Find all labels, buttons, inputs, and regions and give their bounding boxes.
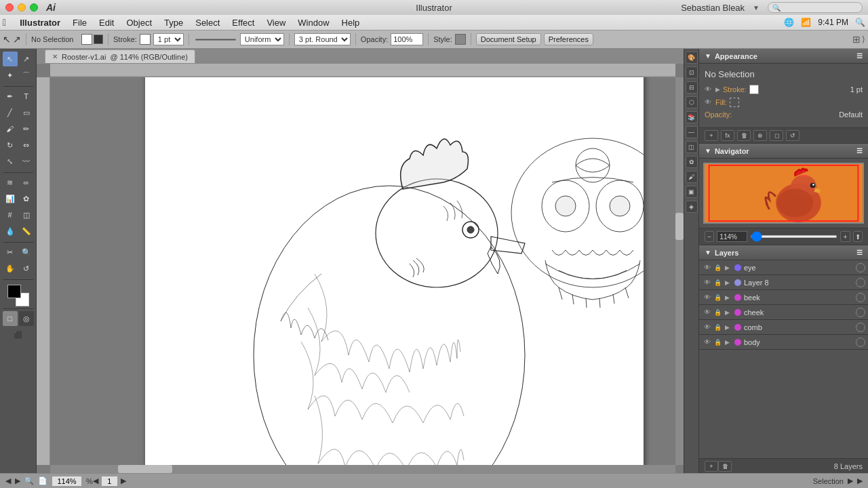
layer-lock-icon-2[interactable]: 🔒 bbox=[713, 278, 722, 287]
menu-type[interactable]: Type bbox=[159, 16, 189, 29]
navigator-zoom-slider[interactable] bbox=[750, 235, 837, 238]
layer-target-6[interactable] bbox=[856, 338, 865, 347]
navigator-zoom-input[interactable] bbox=[717, 231, 747, 242]
layer-target-4[interactable] bbox=[856, 308, 865, 317]
appearance-delete-button[interactable]: 🗑 bbox=[737, 130, 751, 141]
layer-target-1[interactable] bbox=[856, 263, 865, 272]
appearance-panel-header[interactable]: ▼ Appearance ☰ bbox=[699, 49, 868, 64]
stroke-color-swatch[interactable] bbox=[749, 85, 759, 94]
status-right-nav[interactable]: ▶ bbox=[857, 476, 863, 485]
paintbrush-tool[interactable]: 🖌 bbox=[3, 121, 18, 136]
arrange-icon[interactable]: ⊞ bbox=[852, 34, 861, 45]
layer-target-2[interactable] bbox=[856, 278, 865, 287]
fill-visibility-icon[interactable]: 👁 bbox=[705, 98, 713, 106]
symbol-tool[interactable]: ✿ bbox=[19, 191, 34, 206]
fill-label[interactable]: Fill: bbox=[715, 98, 727, 106]
fill-color-box[interactable] bbox=[81, 34, 92, 45]
slice-tool[interactable]: ✂ bbox=[3, 245, 18, 260]
page-number-input[interactable] bbox=[101, 476, 118, 487]
stroke-visibility-icon[interactable]: 👁 bbox=[705, 85, 713, 94]
hand-tool[interactable]: ✋ bbox=[3, 261, 18, 276]
style-swatch[interactable] bbox=[455, 34, 466, 45]
rect-tool[interactable]: ▭ bbox=[19, 105, 34, 120]
color-panel-icon[interactable]: 🎨 bbox=[686, 52, 698, 64]
brushes-panel-icon[interactable]: 🖌 bbox=[686, 171, 698, 183]
appearance-fx-button[interactable]: fx bbox=[721, 130, 734, 141]
status-nav-icon[interactable]: ◀ bbox=[5, 476, 11, 485]
expand-icon[interactable]: ⟩ bbox=[862, 35, 865, 44]
search-menu-icon[interactable]: 🔍 bbox=[855, 18, 865, 27]
document-tab[interactable]: ✕ Rooster-v1.ai @ 114% (RGB/Outline) bbox=[45, 49, 195, 63]
layer-lock-icon-3[interactable]: 🔒 bbox=[713, 293, 722, 302]
stroke-panel-icon[interactable]: — bbox=[686, 126, 698, 138]
selection-arrow-icon[interactable]: ↖ bbox=[3, 34, 11, 45]
preferences-button[interactable]: Preferences bbox=[544, 33, 593, 45]
stroke-profile-select[interactable]: Uniform bbox=[240, 33, 284, 45]
eyedropper-tool[interactable]: 💧 bbox=[3, 224, 18, 239]
normal-mode[interactable]: □ bbox=[3, 311, 18, 326]
layer-lock-icon-5[interactable]: 🔒 bbox=[713, 323, 722, 332]
layer-target-3[interactable] bbox=[856, 293, 865, 302]
reflect-tool[interactable]: ⇔ bbox=[19, 138, 34, 152]
titlebar-dropdown-icon[interactable]: ▼ bbox=[753, 4, 760, 12]
align-panel-icon[interactable]: ⊟ bbox=[686, 81, 698, 94]
document-setup-button[interactable]: Document Setup bbox=[476, 33, 541, 45]
fill-color-swatch[interactable] bbox=[730, 98, 739, 107]
layer-eye-icon-4[interactable]: 👁 bbox=[702, 307, 713, 318]
layer-row-comb[interactable]: 👁 🔒 ▶ comb bbox=[699, 320, 868, 335]
window-controls[interactable] bbox=[5, 3, 38, 12]
close-button[interactable] bbox=[5, 3, 14, 12]
navigator-panel-menu-icon[interactable]: ☰ bbox=[856, 147, 863, 155]
layer-eye-icon-2[interactable]: 👁 bbox=[702, 277, 713, 288]
transform-panel-icon[interactable]: ⊡ bbox=[686, 66, 698, 79]
scale-tool[interactable]: ⤡ bbox=[3, 154, 18, 169]
menu-illustrator[interactable]: Illustrator bbox=[14, 16, 66, 29]
layer-lock-icon-1[interactable]: 🔒 bbox=[713, 263, 722, 272]
menu-view[interactable]: View bbox=[261, 16, 291, 29]
layer-eye-icon-1[interactable]: 👁 bbox=[702, 262, 713, 273]
navigator-zoom-out-button[interactable]: − bbox=[705, 231, 714, 242]
layer-expand-icon-3[interactable]: ▶ bbox=[722, 293, 732, 302]
warp-tool[interactable]: 〰 bbox=[19, 154, 34, 169]
gradient-panel-icon[interactable]: ◫ bbox=[686, 141, 698, 153]
layer-eye-icon-3[interactable]: 👁 bbox=[702, 292, 713, 303]
v-scroll-thumb[interactable] bbox=[675, 213, 684, 240]
blend-tool[interactable]: ∞ bbox=[19, 175, 34, 190]
page-forward-icon[interactable]: ▶ bbox=[121, 476, 126, 485]
stroke-expand-icon[interactable]: ▶ bbox=[715, 86, 720, 93]
layer-row-beek[interactable]: 👁 🔒 ▶ beek bbox=[699, 290, 868, 305]
swatches-panel-icon[interactable]: ▣ bbox=[686, 186, 698, 198]
line-tool[interactable]: ╱ bbox=[3, 105, 18, 120]
magic-wand-tool[interactable]: ✦ bbox=[3, 68, 18, 83]
foreground-color[interactable] bbox=[7, 285, 21, 298]
layers-delete-button[interactable]: 🗑 bbox=[718, 461, 732, 472]
stroke-type-selector[interactable]: 1 pt bbox=[153, 33, 184, 45]
page-back-icon[interactable]: ◀ bbox=[93, 476, 98, 485]
layer-expand-icon-4[interactable]: ▶ bbox=[722, 308, 732, 317]
layer-lock-icon-6[interactable]: 🔒 bbox=[713, 338, 722, 347]
stroke-color-box[interactable] bbox=[94, 35, 103, 44]
layers-add-button[interactable]: + bbox=[705, 461, 718, 472]
navigator-zoom-max-button[interactable]: ⬆ bbox=[853, 231, 863, 242]
vertical-scrollbar[interactable] bbox=[675, 77, 684, 465]
symbols-panel-icon[interactable]: ✿ bbox=[686, 156, 698, 168]
menu-object[interactable]: Object bbox=[121, 16, 157, 29]
gradient-tool[interactable]: ◫ bbox=[19, 207, 34, 222]
measure-tool[interactable]: 📏 bbox=[19, 224, 34, 239]
appearance-clear-button[interactable]: ◻ bbox=[770, 130, 783, 141]
layer-expand-icon-6[interactable]: ▶ bbox=[722, 338, 732, 347]
layer-eye-icon-5[interactable]: 👁 bbox=[702, 322, 713, 333]
appearance-panel-menu-icon[interactable]: ☰ bbox=[856, 52, 863, 60]
stroke-label[interactable]: Stroke: bbox=[723, 85, 747, 94]
layer-row-eye[interactable]: 👁 🔒 ▶ eye bbox=[699, 260, 868, 275]
width-tool[interactable]: ≋ bbox=[3, 175, 18, 190]
stroke-cap-select[interactable]: 3 pt. Round bbox=[294, 33, 351, 45]
apple-menu[interactable]:  bbox=[3, 17, 6, 28]
column-graph-tool[interactable]: 📊 bbox=[3, 191, 18, 206]
status-icon-3[interactable]: 🔍 bbox=[24, 476, 34, 485]
menu-window[interactable]: Window bbox=[292, 16, 334, 29]
layer-row-body[interactable]: 👁 🔒 ▶ body bbox=[699, 335, 868, 350]
pencil-tool[interactable]: ✏ bbox=[19, 121, 34, 136]
menu-help[interactable]: Help bbox=[336, 16, 366, 29]
appearance-add-button[interactable]: + bbox=[705, 130, 718, 141]
